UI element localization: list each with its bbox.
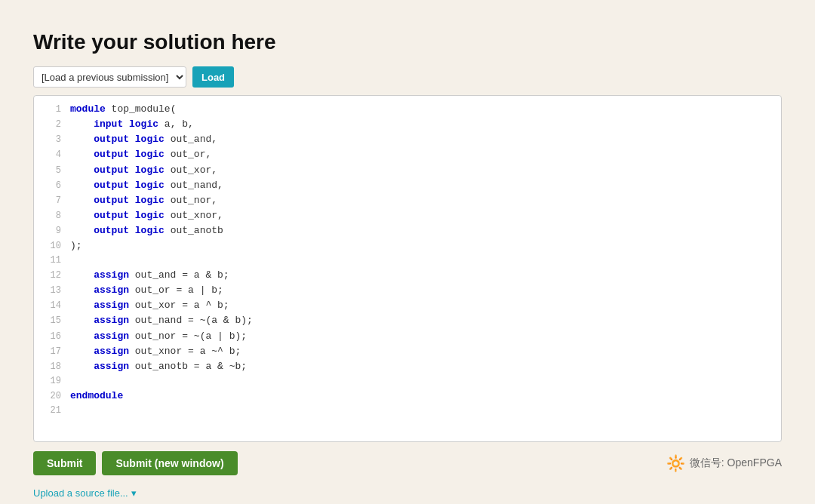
line-number: 14 xyxy=(40,299,61,313)
code-token: assign xyxy=(70,330,129,342)
code-token: out_nand = ~(a & b); xyxy=(129,315,253,326)
upload-arrow-icon: ▾ xyxy=(131,487,137,499)
code-token: assign xyxy=(70,300,129,311)
line-number: 8 xyxy=(40,209,61,223)
code-line: 1module top_module( xyxy=(34,102,781,117)
submission-select[interactable]: [Load a previous submission] xyxy=(33,66,186,88)
code-token: assign xyxy=(70,361,129,372)
code-token: logic xyxy=(129,180,165,191)
code-content: output logic out_anotb xyxy=(70,223,223,238)
code-token: assign xyxy=(70,315,129,326)
line-number: 9 xyxy=(40,224,61,238)
code-token: out_and, xyxy=(165,134,217,145)
code-token: out_anotb = a & ~b; xyxy=(129,361,247,372)
code-token: output xyxy=(70,149,129,160)
code-content: output logic out_nor, xyxy=(70,193,217,208)
code-token: logic xyxy=(129,164,165,176)
line-number: 10 xyxy=(40,239,61,254)
line-number: 12 xyxy=(40,269,61,283)
code-line: 20endmodule xyxy=(34,389,781,404)
code-line: 18 assign out_anotb = a & ~b; xyxy=(34,359,781,374)
code-editor[interactable]: 1module top_module(2 input logic a, b,3 … xyxy=(33,95,782,442)
watermark-icon: 🔆 xyxy=(666,454,685,472)
code-content: endmodule xyxy=(70,389,123,404)
code-token: assign xyxy=(70,284,129,296)
code-token: out_nand, xyxy=(165,180,223,191)
code-token: assign xyxy=(70,269,129,281)
submit-button[interactable]: Submit xyxy=(33,451,96,475)
toolbar: [Load a previous submission] Load xyxy=(33,66,782,88)
line-number: 21 xyxy=(40,404,61,418)
code-token: top_module( xyxy=(106,103,177,115)
code-token: out_xor = a ^ b; xyxy=(129,300,229,311)
code-line: 12 assign out_and = a & b; xyxy=(34,268,781,283)
code-content: output logic out_and, xyxy=(70,132,217,147)
upload-link[interactable]: Upload a source file... ▾ xyxy=(33,487,137,499)
watermark-text: 微信号: OpenFPGA xyxy=(690,456,782,470)
code-token: logic xyxy=(129,134,165,145)
code-token: logic xyxy=(129,149,165,160)
code-token: a, b, xyxy=(158,118,194,130)
code-line: 6 output logic out_nand, xyxy=(34,178,781,193)
page-title: Write your solution here xyxy=(33,30,782,54)
code-content: input logic a, b, xyxy=(70,117,194,132)
code-token: out_nor = ~(a | b); xyxy=(129,330,247,342)
line-number: 2 xyxy=(40,118,61,132)
watermark: 🔆 微信号: OpenFPGA xyxy=(666,454,782,472)
line-number: 13 xyxy=(40,284,61,298)
code-line: 10); xyxy=(34,238,781,254)
code-content: assign out_and = a & b; xyxy=(70,268,229,283)
code-token: out_xnor, xyxy=(165,210,223,221)
code-content: ); xyxy=(70,238,82,254)
line-number: 17 xyxy=(40,345,61,359)
code-token: output xyxy=(70,180,129,191)
code-line: 17 assign out_xnor = a ~^ b; xyxy=(34,344,781,359)
code-token: endmodule xyxy=(70,390,123,401)
line-number: 19 xyxy=(40,374,61,389)
code-token: module xyxy=(70,103,106,115)
code-token: out_xnor = a ~^ b; xyxy=(129,346,241,357)
line-number: 7 xyxy=(40,194,61,208)
line-number: 4 xyxy=(40,148,61,162)
line-number: 18 xyxy=(40,360,61,374)
line-number: 11 xyxy=(40,254,61,268)
load-button[interactable]: Load xyxy=(192,66,234,88)
code-line: 3 output logic out_and, xyxy=(34,132,781,147)
code-content: output logic out_or, xyxy=(70,147,211,162)
code-line: 2 input logic a, b, xyxy=(34,117,781,132)
code-token: ); xyxy=(70,240,82,251)
code-line: 15 assign out_nand = ~(a & b); xyxy=(34,313,781,328)
code-token: assign xyxy=(70,346,129,357)
code-token: logic xyxy=(123,118,158,130)
code-token: output xyxy=(70,164,129,176)
code-line: 4 output logic out_or, xyxy=(34,147,781,162)
code-token: output xyxy=(70,225,129,236)
code-token: out_nor, xyxy=(165,195,217,206)
code-token: input xyxy=(70,118,123,130)
code-line: 14 assign out_xor = a ^ b; xyxy=(34,298,781,313)
code-content: output logic out_xor, xyxy=(70,163,217,178)
upload-label: Upload a source file... xyxy=(33,487,128,499)
code-line: 19 xyxy=(34,374,781,389)
submit-new-window-button[interactable]: Submit (new window) xyxy=(102,451,237,475)
code-token: out_or, xyxy=(165,149,211,160)
code-content: assign out_xor = a ^ b; xyxy=(70,298,229,313)
code-line: 21 xyxy=(34,404,781,418)
code-token: output xyxy=(70,210,129,221)
upload-section: Upload a source file... ▾ xyxy=(33,481,782,499)
code-token: out_anotb xyxy=(165,225,223,236)
code-line: 8 output logic out_xnor, xyxy=(34,208,781,223)
code-line: 16 assign out_nor = ~(a | b); xyxy=(34,329,781,344)
line-number: 16 xyxy=(40,330,61,344)
code-token: logic xyxy=(129,195,165,206)
code-token: out_and = a & b; xyxy=(129,269,229,281)
code-token: logic xyxy=(129,225,165,236)
code-content: assign out_nand = ~(a & b); xyxy=(70,313,253,328)
code-line: 13 assign out_or = a | b; xyxy=(34,283,781,298)
code-line: 9 output logic out_anotb xyxy=(34,223,781,238)
code-content: assign out_anotb = a & ~b; xyxy=(70,359,247,374)
code-line: 11 xyxy=(34,254,781,268)
code-content: assign out_or = a | b; xyxy=(70,283,223,298)
line-number: 3 xyxy=(40,133,61,147)
code-token: output xyxy=(70,134,129,145)
